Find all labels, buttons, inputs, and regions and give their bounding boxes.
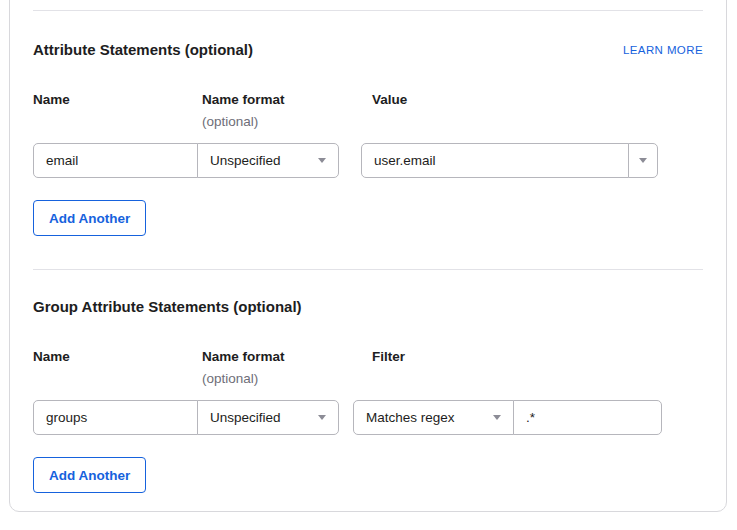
learn-more-link[interactable]: LEARN MORE xyxy=(623,44,703,56)
group-attribute-statements-header: Group Attribute Statements (optional) xyxy=(33,297,703,317)
attr-value-group xyxy=(361,143,658,178)
column-name: Name xyxy=(33,349,202,387)
group-attr-filter-type-select[interactable]: Matches regex xyxy=(353,400,514,435)
column-name: Name xyxy=(33,92,202,130)
optional-note: (optional) xyxy=(202,114,372,130)
group-attr-filter-value-input[interactable] xyxy=(513,400,662,435)
name-format-column-label: Name format xyxy=(202,92,372,108)
group-attr-name-format-value: Unspecified xyxy=(210,410,281,425)
group-attr-filter-group: Matches regex xyxy=(353,400,662,435)
section-divider xyxy=(33,269,703,270)
chevron-down-icon xyxy=(318,415,326,420)
value-column-label: Value xyxy=(372,92,703,108)
column-filter: Filter xyxy=(372,349,703,387)
group-attr-name-format-select[interactable]: Unspecified xyxy=(197,400,339,435)
column-value: Value xyxy=(372,92,703,130)
attr-name-format-select[interactable]: Unspecified xyxy=(197,143,339,178)
name-column-label: Name xyxy=(33,349,202,365)
add-another-group-attribute-button[interactable]: Add Another xyxy=(33,457,146,493)
optional-note: (optional) xyxy=(202,371,372,387)
add-another-attribute-button[interactable]: Add Another xyxy=(33,200,146,236)
name-column-label: Name xyxy=(33,92,202,108)
group-attr-filter-type-value: Matches regex xyxy=(366,410,455,425)
group-attribute-statement-row: Unspecified Matches regex xyxy=(33,400,703,435)
name-format-column-label: Name format xyxy=(202,349,372,365)
top-divider xyxy=(33,10,703,11)
attr-name-format-value: Unspecified xyxy=(210,153,281,168)
chevron-down-icon xyxy=(493,415,501,420)
chevron-down-icon xyxy=(318,158,326,163)
attr-name-format-group: Unspecified xyxy=(33,143,339,178)
saml-settings-card: Attribute Statements (optional) LEARN MO… xyxy=(9,0,727,512)
attribute-statement-row: Unspecified xyxy=(33,143,703,178)
filter-column-label: Filter xyxy=(372,349,703,365)
group-attr-name-input[interactable] xyxy=(33,400,198,435)
attr-value-input[interactable] xyxy=(361,143,629,178)
chevron-down-icon xyxy=(639,158,647,163)
attr-value-dropdown-button[interactable] xyxy=(628,143,658,178)
attr-name-input[interactable] xyxy=(33,143,198,178)
group-attribute-statements-title: Group Attribute Statements (optional) xyxy=(33,297,302,317)
group-name-format-group: Unspecified xyxy=(33,400,339,435)
group-attribute-columns-row: Name Name format (optional) Filter xyxy=(33,349,703,387)
attribute-statements-title: Attribute Statements (optional) xyxy=(33,40,253,60)
attribute-statements-header: Attribute Statements (optional) LEARN MO… xyxy=(33,40,703,60)
column-name-format: Name format (optional) xyxy=(202,92,372,130)
attribute-columns-row: Name Name format (optional) Value xyxy=(33,92,703,130)
column-name-format: Name format (optional) xyxy=(202,349,372,387)
